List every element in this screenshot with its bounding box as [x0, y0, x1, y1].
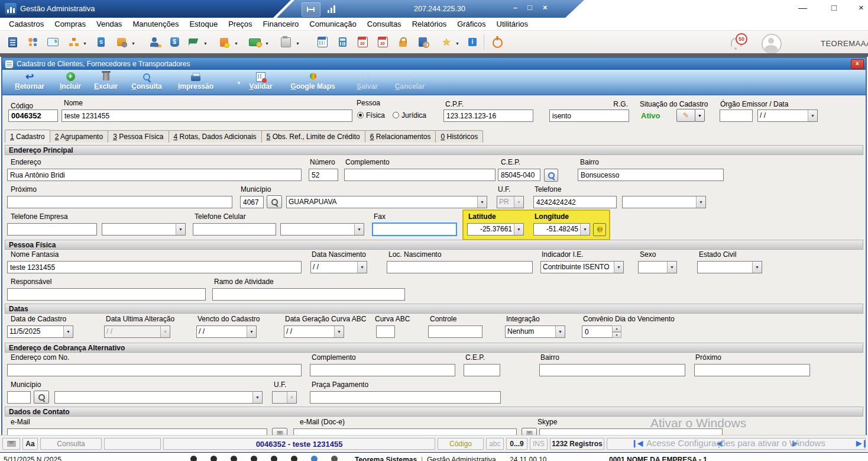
menu-manutencoes[interactable]: Manutenções	[127, 18, 184, 30]
power-icon[interactable]	[491, 36, 504, 49]
building-search-icon[interactable]	[416, 36, 429, 49]
telefone-celular-tipo-combo[interactable]: ▼	[280, 223, 364, 236]
footer-bell-icon[interactable]	[190, 456, 197, 461]
cpf-input[interactable]	[443, 109, 533, 122]
favorites-star-icon[interactable]: ★	[440, 36, 453, 49]
orgao-emissor-input[interactable]	[720, 109, 753, 122]
tab-relacionamentos[interactable]: 6 Relacionamentos	[365, 130, 436, 143]
footer-home-icon[interactable]	[331, 456, 338, 461]
cobranca-bairro-input[interactable]	[539, 364, 685, 376]
situacao-edit-button[interactable]: ✎	[676, 109, 695, 122]
loc-nascimento-input[interactable]	[387, 261, 533, 273]
menu-estoque[interactable]: Estoque	[184, 18, 223, 30]
structure-dropdown-icon[interactable]: ▼	[83, 41, 87, 46]
numero-input[interactable]	[309, 169, 338, 181]
menu-relatorios[interactable]: Relatórios	[407, 18, 452, 30]
tab-pessoa-fisica[interactable]: 3 Pessoa Física	[108, 130, 169, 143]
user-avatar[interactable]	[762, 34, 782, 54]
stock-icon[interactable]: S	[95, 36, 108, 49]
pessoa-juridica-radio[interactable]	[393, 112, 399, 118]
structure-icon[interactable]	[67, 36, 80, 49]
rdp-close-button[interactable]: ×	[543, 3, 548, 12]
telefone-celular-input[interactable]	[193, 223, 276, 236]
orgao-data-combo[interactable]: / /▼	[757, 109, 818, 122]
cash-register-icon[interactable]	[279, 36, 292, 49]
salvar-button[interactable]: ✓Salvar	[351, 72, 383, 91]
footer-twitter-icon[interactable]	[291, 456, 297, 461]
menu-compras[interactable]: Compras	[49, 18, 91, 30]
footer-windows-icon[interactable]	[311, 456, 318, 461]
consulta-button[interactable]: Consulta	[128, 72, 166, 91]
estado-civil-combo[interactable]: ▼	[697, 261, 762, 273]
menu-graficos[interactable]: Gráficos	[452, 18, 491, 30]
cobranca-complemento-input[interactable]	[310, 364, 455, 376]
cobranca-endereco-input[interactable]	[7, 364, 302, 376]
window-close-button[interactable]: ×	[859, 2, 864, 12]
cash-register-dropdown-icon[interactable]: ▼	[296, 41, 300, 46]
rdp-restore-button[interactable]: □	[527, 3, 532, 12]
convenio-input[interactable]	[582, 325, 613, 338]
responsavel-input[interactable]	[7, 288, 206, 301]
window-maximize-button[interactable]: □	[831, 2, 837, 12]
cobranca-municipio-search-button[interactable]	[34, 391, 49, 404]
cancelar-button[interactable]: ×Cancelar	[391, 72, 428, 91]
incluir-button[interactable]: +Incluir	[54, 72, 86, 91]
cobranca-cep-input[interactable]	[464, 364, 500, 376]
money-dropdown-icon[interactable]: ▼	[265, 41, 269, 46]
footer-at-icon[interactable]	[210, 456, 217, 461]
data-nascimento-combo[interactable]: / /▼	[310, 261, 367, 273]
latlong-maps-button[interactable]	[593, 223, 606, 236]
menu-financeiro[interactable]: Financeiro	[258, 18, 305, 30]
controle-input[interactable]	[428, 325, 482, 338]
retornar-button[interactable]: ↩Retornar	[11, 72, 48, 91]
telefone-input[interactable]	[533, 196, 617, 208]
sexo-combo[interactable]: ▼	[638, 261, 677, 273]
tab-agrupamento[interactable]: 2 Agrupamento	[50, 130, 108, 143]
cep-search-button[interactable]	[544, 169, 558, 182]
latitude-combo[interactable]: -25.37661▼	[467, 223, 524, 236]
pessoa-fisica-radio[interactable]	[357, 112, 364, 118]
billing-card-icon[interactable]	[46, 36, 59, 49]
ramo-atividade-input[interactable]	[212, 288, 405, 301]
footer-linkedin-icon[interactable]	[251, 456, 257, 461]
menu-utilitarios[interactable]: Utilitários	[491, 18, 533, 30]
praca-pagamento-input[interactable]	[310, 391, 501, 404]
tab-rotas[interactable]: 4 Rotas, Dados Adicionais	[169, 130, 262, 143]
rg-input[interactable]	[549, 109, 629, 122]
integracao-combo[interactable]: Nenhum▼	[505, 325, 565, 338]
longitude-combo[interactable]: -51.48245▼	[533, 223, 590, 236]
validar-button[interactable]: Validar	[244, 72, 278, 91]
calculator-icon[interactable]	[336, 36, 349, 49]
product-dropdown-icon[interactable]: ▼	[131, 41, 135, 46]
cart-dropdown-icon[interactable]: ▼	[203, 41, 208, 46]
impressao-button[interactable]: Impressão	[173, 72, 219, 91]
google-maps-button[interactable]: Google Maps	[285, 72, 341, 91]
rdp-minimize-button[interactable]: –	[513, 3, 517, 12]
municipio-combo[interactable]: GUARAPUAVA▼	[286, 196, 487, 208]
nav-first-icon[interactable]: ❙◀	[631, 439, 643, 447]
orders-icon[interactable]	[218, 36, 231, 49]
clients-icon[interactable]	[26, 36, 39, 49]
menu-comunicacao[interactable]: Comunicação	[304, 18, 362, 30]
bank-icon[interactable]: $	[168, 36, 181, 49]
convenio-spinner[interactable]: ▲▼	[612, 325, 621, 338]
cart-icon[interactable]	[187, 36, 200, 49]
telefone-tipo-combo[interactable]: ▼	[622, 196, 706, 208]
tab-obs-ref[interactable]: 5 Obs. Ref., Limite de Crédito	[261, 130, 365, 143]
complemento-input[interactable]	[344, 169, 495, 181]
info-icon[interactable]: i	[466, 36, 479, 49]
geracao-curva-combo[interactable]: / /▼	[284, 325, 344, 338]
fax-input[interactable]	[372, 223, 457, 236]
cobranca-proximo-input[interactable]	[694, 364, 810, 376]
telefone-empresa-tipo-combo[interactable]: ▼	[102, 223, 186, 236]
data-cadastro-combo[interactable]: 11/5/2025▼	[7, 325, 73, 338]
mdi-close-button[interactable]: ×	[851, 59, 864, 69]
footer-youtube-icon[interactable]	[271, 456, 277, 461]
nome-input[interactable]	[61, 109, 352, 122]
statusbar-mail-button[interactable]	[2, 438, 20, 450]
tab-historicos[interactable]: 0 Históricos	[435, 130, 483, 143]
telefone-empresa-input[interactable]	[7, 223, 97, 236]
person-coin-icon[interactable]	[148, 36, 161, 49]
footer-facebook-icon[interactable]	[231, 456, 237, 461]
bairro-input[interactable]	[578, 169, 724, 181]
